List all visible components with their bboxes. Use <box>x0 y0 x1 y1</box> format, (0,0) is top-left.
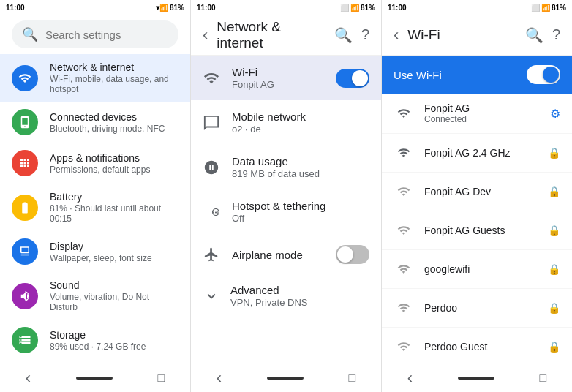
home-pill-p3[interactable] <box>458 377 494 380</box>
wifi-network-googlewifi[interactable]: googlewifi 🔒 <box>382 250 572 289</box>
wifi-network-fonpit[interactable]: Fonpit AG Connected ⚙ <box>382 94 572 134</box>
battery-panel3: 81% <box>552 4 566 12</box>
fonpitguests-wifi-icon <box>394 220 414 241</box>
screen-record-icon2: ⬜ <box>531 4 540 12</box>
network-icon <box>12 65 38 91</box>
data-icon <box>203 159 220 176</box>
use-wifi-toggle-knob <box>543 67 559 83</box>
wifi-icon-network <box>203 69 220 87</box>
nav-bar-panel1: ‹ □ <box>0 363 190 392</box>
wifi-network-perdooguest[interactable]: Perdoo Guest 🔒 <box>382 328 572 363</box>
perdooguest-wifi-icon <box>394 336 414 357</box>
airplane-toggle[interactable] <box>336 245 369 264</box>
recent-button-p2[interactable]: □ <box>342 366 361 391</box>
time-panel2: 11:00 <box>197 4 216 12</box>
network-header: ‹ Network & internet 🔍 ? <box>191 15 381 56</box>
sound-sublabel: Volume, vibration, Do Not Disturb <box>50 292 178 312</box>
network-item-data[interactable]: Data usage 819 MB of data used <box>191 145 381 189</box>
network-item-wifi[interactable]: Wi-Fi Fonpit AG <box>191 56 381 100</box>
storage-icon <box>12 327 38 353</box>
airplane-toggle-knob <box>337 246 353 263</box>
display-icon <box>12 238 38 265</box>
battery-label: Battery <box>50 191 178 203</box>
status-bar-panel3: 11:00 ⬜ 📶 81% <box>382 0 572 15</box>
connected-sublabel: Bluetooth, driving mode, NFC <box>50 124 165 134</box>
apps-text: Apps & notifications Permissions, defaul… <box>50 152 150 175</box>
mobile-label: Mobile network <box>232 110 369 123</box>
settings-panel: 🔍 👤 ▾ Network & internet Wi-Fi, mobile, … <box>0 15 191 392</box>
settings-item-battery[interactable]: Battery 81% · Should last until about 00… <box>0 184 190 231</box>
sound-label: Sound <box>50 279 178 291</box>
screen-record-icon: ⬜ <box>340 4 349 12</box>
use-wifi-row[interactable]: Use Wi-Fi <box>382 56 572 94</box>
fonpitdev-lock-icon: 🔒 <box>548 186 560 197</box>
sound-text: Sound Volume, vibration, Do Not Disturb <box>50 279 178 312</box>
settings-item-connected[interactable]: Connected devices Bluetooth, driving mod… <box>0 102 190 143</box>
perdoo-text: Perdoo <box>424 302 538 314</box>
perdoo-label: Perdoo <box>424 302 538 314</box>
network-item-advanced[interactable]: Advanced VPN, Private DNS <box>191 275 381 317</box>
search-button-network[interactable]: 🔍 <box>334 26 353 44</box>
wifi-network-sublabel: Fonpit AG <box>232 79 324 90</box>
settings-item-sound[interactable]: Sound Volume, vibration, Do Not Disturb <box>0 272 190 320</box>
recent-button-p1[interactable]: □ <box>151 366 170 391</box>
storage-sublabel: 89% used · 7.24 GB free <box>50 342 146 352</box>
status-bar-panel2: 11:00 ⬜ 📶 81% <box>191 0 382 15</box>
back-button-wifi[interactable]: ‹ <box>394 26 399 45</box>
settings-item-display[interactable]: Display Wallpaper, sleep, font size <box>0 231 190 272</box>
wifi-network-fonpitguests[interactable]: Fonpit AG Guests 🔒 <box>382 211 572 250</box>
storage-text: Storage 89% used · 7.24 GB free <box>50 329 146 352</box>
back-button-p3[interactable]: ‹ <box>402 363 418 393</box>
settings-item-storage[interactable]: Storage 89% used · 7.24 GB free <box>0 320 190 361</box>
search-input[interactable] <box>45 29 184 41</box>
googlewifi-wifi-icon <box>394 259 414 279</box>
fonpitdev-wifi-icon <box>394 181 414 202</box>
advanced-icon <box>203 287 220 305</box>
use-wifi-toggle[interactable] <box>527 65 560 84</box>
wifi-toggle[interactable] <box>336 69 369 88</box>
mobile-network-text: Mobile network o2 · de <box>232 110 369 135</box>
settings-item-apps[interactable]: Apps & notifications Permissions, defaul… <box>0 143 190 184</box>
network-item-airplane[interactable]: Airplane mode <box>191 234 381 275</box>
fonpit-wifi-icon <box>394 103 414 124</box>
settings-item-network[interactable]: Network & internet Wi-Fi, mobile, data u… <box>0 54 190 102</box>
connected-text: Connected devices Bluetooth, driving mod… <box>50 111 165 134</box>
back-button-p1[interactable]: ‹ <box>20 363 37 393</box>
display-text: Display Wallpaper, sleep, font size <box>50 241 152 263</box>
help-button-wifi[interactable]: ? <box>552 26 560 43</box>
back-button-network[interactable]: ‹ <box>203 26 208 45</box>
home-pill-p1[interactable] <box>76 377 113 380</box>
recent-button-p3[interactable]: □ <box>533 366 552 391</box>
wifi-icon-p2: 📶 <box>350 4 359 12</box>
network-item-mobile[interactable]: Mobile network o2 · de <box>191 100 381 145</box>
battery-panel2: 81% <box>361 4 375 12</box>
home-pill-p2[interactable] <box>267 377 304 380</box>
wifi-network-fonpitdev[interactable]: Fonpit AG Dev 🔒 <box>382 173 572 211</box>
fonpitdev-text: Fonpit AG Dev <box>424 186 538 197</box>
display-sublabel: Wallpaper, sleep, font size <box>50 253 152 263</box>
wifi-network-text: Wi-Fi Fonpit AG <box>232 66 324 90</box>
help-button-network[interactable]: ? <box>361 26 369 43</box>
search-bar[interactable]: 🔍 👤 ▾ <box>12 20 178 48</box>
perdooguest-label: Perdoo Guest <box>424 341 538 353</box>
wifi-list: Fonpit AG Connected ⚙ Fonpit AG 2.4 GHz … <box>382 94 572 363</box>
wifi-panel: ‹ Wi-Fi 🔍 ? Use Wi-Fi Fonpit AG Connecte… <box>382 15 572 392</box>
airplane-icon <box>203 246 220 263</box>
googlewifi-label: googlewifi <box>424 263 538 275</box>
fonpitguests-lock-icon: 🔒 <box>548 225 560 236</box>
network-item-hotspot[interactable]: Hotspot & tethering Off <box>191 189 381 234</box>
network-label: Network & internet <box>50 61 178 73</box>
search-button-wifi[interactable]: 🔍 <box>525 26 543 44</box>
back-button-p2[interactable]: ‹ <box>211 363 227 393</box>
status-bar-panel1: 11:00 ▾📶 81% <box>0 0 191 15</box>
network-panel: ‹ Network & internet 🔍 ? Wi-Fi Fonpit AG <box>191 15 382 392</box>
wifi-network-fonpit24[interactable]: Fonpit AG 2.4 GHz 🔒 <box>382 134 572 173</box>
time-panel3: 11:00 <box>388 4 407 12</box>
fonpit-gear-icon[interactable]: ⚙ <box>550 107 560 121</box>
advanced-label: Advanced <box>230 284 369 296</box>
apps-label: Apps & notifications <box>50 152 150 164</box>
data-sublabel: 819 MB of data used <box>232 168 369 179</box>
wifi-network-perdoo[interactable]: Perdoo 🔒 <box>382 289 572 328</box>
wifi-title: Wi-Fi <box>407 27 516 43</box>
hotspot-icon <box>203 203 220 221</box>
